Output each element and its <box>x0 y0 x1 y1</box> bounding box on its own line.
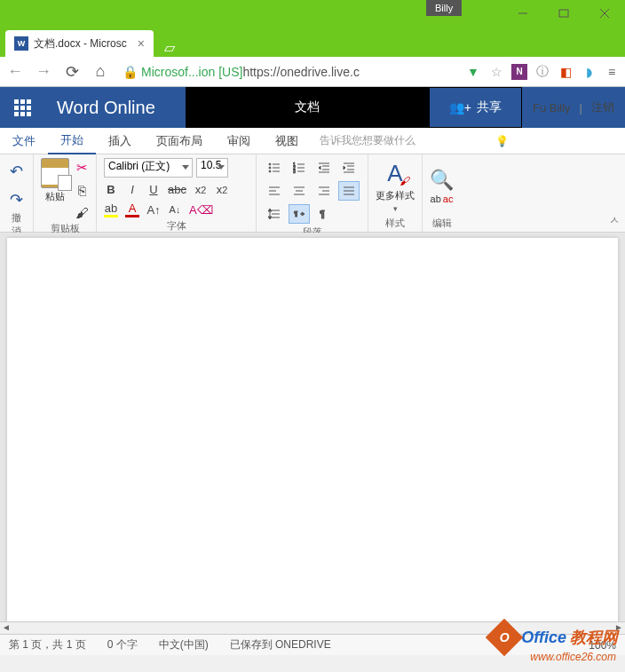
tab-file[interactable]: 文件 <box>0 128 48 154</box>
forward-button[interactable]: → <box>34 62 53 81</box>
url-path: https://onedrive.live.c <box>242 65 360 79</box>
status-save: 已保存到 ONEDRIVE <box>230 637 331 652</box>
redo-button[interactable]: ↷ <box>10 190 24 210</box>
status-pages[interactable]: 第 1 页，共 1 页 <box>9 637 86 652</box>
group-paragraph: 123 ¶ ¶ 段落 <box>257 154 368 232</box>
url-field[interactable]: 🔒 Microsof...ion [US] https://onedrive.l… <box>119 60 456 83</box>
minimize-button[interactable] <box>502 0 543 27</box>
sign-out-link[interactable]: 注销 <box>591 99 614 115</box>
menu-icon[interactable]: ≡ <box>604 64 620 80</box>
find-button[interactable]: 🔍 abac <box>430 169 454 204</box>
line-spacing-button[interactable] <box>264 204 285 224</box>
cut-button[interactable]: ✂ <box>75 160 89 176</box>
tell-me-placeholder: 告诉我您想要做什么 <box>320 133 415 148</box>
clear-format-button[interactable]: A⌫ <box>189 203 213 217</box>
tab-review[interactable]: 审阅 <box>215 128 263 154</box>
align-right-button[interactable] <box>313 181 335 201</box>
tab-insert[interactable]: 插入 <box>96 128 144 154</box>
office-ext-icon[interactable]: ◧ <box>558 64 574 80</box>
share-icon: 👥+ <box>449 100 471 115</box>
font-name-select[interactable]: Calibri (正文) <box>104 158 193 178</box>
shrink-font-button[interactable]: A↓ <box>168 204 182 215</box>
svg-point-4 <box>269 163 271 165</box>
paste-label: 粘贴 <box>45 190 65 203</box>
grow-font-button[interactable]: A↑ <box>146 203 161 217</box>
svg-text:¶: ¶ <box>320 209 325 219</box>
group-label-styles: 样式 <box>385 215 405 232</box>
tab-close-icon[interactable]: × <box>138 36 145 51</box>
watermark-text1: Office <box>521 629 566 647</box>
svg-marker-43 <box>268 217 272 219</box>
status-language[interactable]: 中文(中国) <box>159 637 209 652</box>
copy-button[interactable]: ⎘ <box>75 183 89 198</box>
undo-button[interactable]: ↶ <box>10 162 24 181</box>
align-justify-button[interactable] <box>338 181 360 201</box>
document-area <box>0 233 625 634</box>
app-name: Word Online <box>44 98 186 118</box>
share-button[interactable]: 👥+ 共享 <box>429 87 522 128</box>
ribbon-tabs: 文件 开始 插入 页面布局 审阅 视图 告诉我您想要做什么 💡 <box>0 128 625 154</box>
italic-button[interactable]: I <box>125 183 139 196</box>
app-header: Word Online 文档 👥+ 共享 Fu Billy | 注销 <box>0 87 625 128</box>
indent-button[interactable] <box>338 158 360 178</box>
document-title[interactable]: 文档 <box>186 87 429 128</box>
paste-button[interactable]: 粘贴 <box>41 158 69 203</box>
group-styles: A🖌 更多样式 ▾ 样式 <box>368 154 423 232</box>
superscript-button[interactable]: x2 <box>215 183 229 196</box>
status-words[interactable]: 0 个字 <box>107 637 138 652</box>
shield-icon[interactable]: ▼ <box>465 64 481 80</box>
svg-marker-46 <box>302 212 305 216</box>
more-styles-label: 更多样式 <box>376 189 415 202</box>
strike-button[interactable]: abc <box>168 183 186 196</box>
tab-home[interactable]: 开始 <box>48 128 96 154</box>
font-size-select[interactable]: 10.5 <box>196 158 228 178</box>
group-font: Calibri (正文) 10.5 B I U abc x2 x2 ab A A… <box>97 154 257 232</box>
reload-button[interactable]: ⟳ <box>62 62 82 82</box>
back-button[interactable]: ← <box>5 62 25 81</box>
tab-layout[interactable]: 页面布局 <box>144 128 215 154</box>
app-launcher[interactable] <box>0 87 44 128</box>
ext-icon[interactable]: ◗ <box>581 64 597 80</box>
svg-marker-18 <box>319 166 320 170</box>
paragraph-mark-button[interactable]: ¶ <box>313 204 335 224</box>
more-styles-button[interactable]: A🖌 更多样式 ▾ <box>376 160 415 213</box>
tell-me-input[interactable]: 告诉我您想要做什么 💡 <box>311 133 518 148</box>
text-direction-button[interactable]: ¶ <box>289 204 310 224</box>
bullets-button[interactable] <box>264 158 285 178</box>
maximize-button[interactable] <box>543 0 584 27</box>
underline-button[interactable]: U <box>146 183 161 196</box>
svg-rect-1 <box>559 10 568 17</box>
home-button[interactable]: ⌂ <box>91 62 110 81</box>
tab-view[interactable]: 视图 <box>263 128 311 154</box>
chevron-down-icon: ▾ <box>393 204 398 213</box>
outdent-button[interactable] <box>313 158 335 178</box>
align-center-button[interactable] <box>289 181 310 201</box>
font-color-button[interactable]: A <box>125 202 139 217</box>
group-edit: 🔍 abac 编辑 <box>423 154 461 232</box>
bulb-icon: 💡 <box>495 135 509 147</box>
collapse-ribbon-button[interactable]: ㅅ <box>609 213 620 228</box>
svg-point-8 <box>269 170 271 172</box>
divider: | <box>580 101 582 115</box>
onenote-icon[interactable]: N <box>511 64 527 80</box>
numbering-button[interactable]: 123 <box>289 158 310 178</box>
profile-badge[interactable]: Billy <box>426 0 462 16</box>
bold-button[interactable]: B <box>104 183 118 196</box>
svg-marker-42 <box>268 209 272 211</box>
align-left-button[interactable] <box>264 181 285 201</box>
user-name[interactable]: Fu Billy <box>533 101 571 115</box>
styles-icon: A🖌 <box>387 160 402 187</box>
subscript-button[interactable]: x2 <box>194 183 208 196</box>
share-label: 共享 <box>477 99 502 115</box>
close-button[interactable] <box>584 0 625 27</box>
document-page[interactable] <box>7 238 618 629</box>
browser-tab[interactable]: W 文档.docx - Microsc × <box>5 30 154 57</box>
star-icon[interactable]: ☆ <box>488 64 504 80</box>
info-icon[interactable]: ⓘ <box>534 64 550 80</box>
highlight-button[interactable]: ab <box>104 202 118 217</box>
word-favicon: W <box>14 36 28 51</box>
window-titlebar: Billy <box>0 0 625 27</box>
paste-icon <box>41 158 69 188</box>
new-tab-button[interactable]: ▱ <box>159 37 180 57</box>
format-painter-button[interactable]: 🖌 <box>75 205 89 220</box>
